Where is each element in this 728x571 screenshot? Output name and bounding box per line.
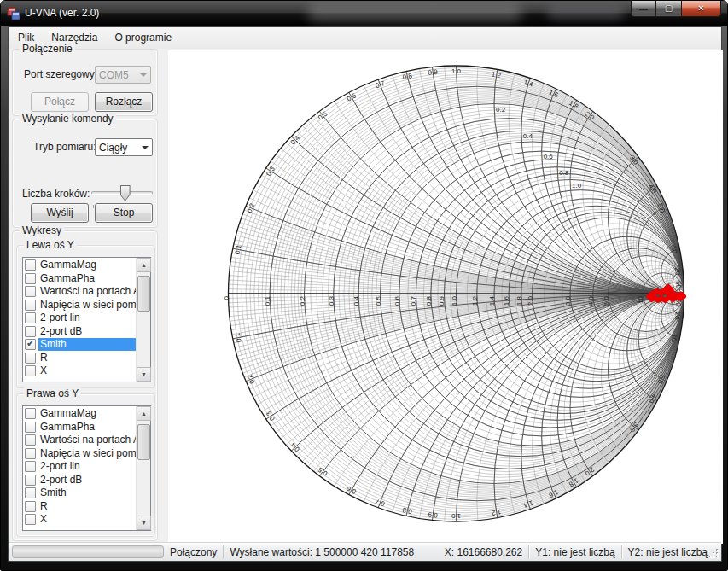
charts-group-title: Wykresy xyxy=(20,224,64,236)
checkbox[interactable] xyxy=(25,487,36,498)
checkbox[interactable] xyxy=(25,475,36,486)
svg-text:0.1: 0.1 xyxy=(264,295,271,306)
checkbox[interactable] xyxy=(25,300,36,311)
svg-text:20: 20 xyxy=(673,267,682,276)
list-item-label[interactable]: Wartości na portach ADC xyxy=(38,285,136,298)
checkbox[interactable] xyxy=(25,461,36,472)
checkbox[interactable] xyxy=(25,448,36,459)
slider-thumb[interactable] xyxy=(120,185,131,201)
list-item[interactable]: GammaPha xyxy=(23,421,136,434)
checkbox[interactable] xyxy=(25,353,36,364)
disconnect-button[interactable]: Rozłącz xyxy=(95,92,153,112)
status-y2-value: Y2: nie jest liczbą xyxy=(622,546,721,558)
checkbox[interactable] xyxy=(25,339,36,350)
list-item[interactable]: Smith xyxy=(23,338,136,352)
menu-o-programie[interactable]: O programie xyxy=(107,29,179,47)
charts-group: Wykresy Lewa oś Y GammaMagGammaPhaWartoś… xyxy=(12,230,158,541)
list-item-label[interactable]: Wartości na portach ADC xyxy=(38,434,136,446)
checkbox[interactable] xyxy=(25,312,36,323)
list-item-label[interactable]: 2-port dB xyxy=(38,474,84,487)
list-item-label[interactable]: GammaMag xyxy=(38,407,98,420)
scroll-up-icon[interactable]: ▲ xyxy=(137,258,151,272)
list-item[interactable]: GammaMag xyxy=(23,407,136,421)
svg-text:1.2: 1.2 xyxy=(471,295,479,306)
scroll-down-icon[interactable]: ▼ xyxy=(137,516,151,530)
list-item[interactable]: Napięcia w sieci pomiarow xyxy=(23,447,136,461)
left-axis-listbox[interactable]: GammaMagGammaPhaWartości na portach ADCN… xyxy=(22,257,151,382)
left-list-scrollbar[interactable]: ▲ ▼ xyxy=(136,258,150,382)
chevron-down-icon xyxy=(137,139,152,155)
svg-text:0.2: 0.2 xyxy=(299,295,306,306)
svg-text:20: 20 xyxy=(673,312,682,320)
svg-text:0.4: 0.4 xyxy=(352,295,360,306)
svg-text:3.0: 3.0 xyxy=(564,295,572,306)
checkbox[interactable] xyxy=(25,286,36,297)
checkbox[interactable] xyxy=(25,501,36,512)
svg-text:0.1: 0.1 xyxy=(234,244,243,255)
checkbox[interactable] xyxy=(25,408,36,419)
maximize-button[interactable]: ▢ xyxy=(656,1,682,17)
list-item[interactable]: 2-port lin xyxy=(23,312,136,325)
list-item[interactable]: GammaMag xyxy=(23,259,136,272)
list-item[interactable]: 2-port dB xyxy=(23,325,136,339)
list-item[interactable]: R xyxy=(23,352,136,365)
status-y1-value: Y1: nie jest liczbą xyxy=(529,546,620,558)
svg-text:1.0: 1.0 xyxy=(451,295,458,306)
titlebar[interactable]: U-VNA (ver. 2.0) — ▢ ✕ xyxy=(1,1,727,26)
right-list-scrollbar[interactable]: ▲ ▼ xyxy=(136,406,150,530)
checkbox[interactable] xyxy=(25,514,36,525)
list-item-label[interactable]: 2-port lin xyxy=(38,460,82,473)
list-item[interactable]: X xyxy=(23,513,136,527)
list-item-label[interactable]: Napięcia w sieci pomiarow xyxy=(38,447,136,460)
measure-mode-label: Tryb pomiaru: xyxy=(33,141,96,153)
checkbox[interactable] xyxy=(25,434,36,446)
checkbox[interactable] xyxy=(25,259,36,271)
svg-text:0.4: 0.4 xyxy=(523,132,533,140)
app-icon xyxy=(7,7,20,20)
scrollbar-thumb[interactable] xyxy=(137,276,150,312)
measure-mode-combobox[interactable]: Ciągły xyxy=(95,138,153,156)
list-item-label[interactable]: 2-port dB xyxy=(38,325,84,338)
checkbox[interactable] xyxy=(25,273,36,284)
list-item-label[interactable]: 2-port lin xyxy=(38,312,82,324)
left-axis-group: Lewa oś Y GammaMagGammaPhaWartości na po… xyxy=(16,245,155,388)
list-item-label[interactable]: GammaMag xyxy=(38,259,98,271)
resize-grip-icon[interactable] xyxy=(709,549,719,559)
minimize-button[interactable]: — xyxy=(631,1,656,17)
chevron-down-icon xyxy=(136,67,150,83)
progress-bar xyxy=(12,545,164,558)
svg-text:0.6: 0.6 xyxy=(544,153,554,160)
svg-text:0.1: 0.1 xyxy=(234,332,243,343)
checkbox[interactable] xyxy=(25,365,36,376)
list-item[interactable]: 2-port dB xyxy=(23,474,136,487)
checkbox[interactable] xyxy=(25,422,36,433)
scroll-down-icon[interactable]: ▼ xyxy=(137,367,151,382)
list-item-label[interactable]: Napięcia w sieci pomiarow xyxy=(38,299,136,312)
list-item[interactable]: Wartości na portach ADC xyxy=(23,285,136,299)
svg-text:0.7: 0.7 xyxy=(410,295,417,306)
list-item[interactable]: 2-port lin xyxy=(23,460,136,474)
list-item-label[interactable]: X xyxy=(38,364,49,377)
send-button[interactable]: Wyślij xyxy=(31,203,89,223)
svg-text:0: 0 xyxy=(223,295,230,300)
scrollbar-thumb[interactable] xyxy=(137,424,150,460)
list-item-label[interactable]: X xyxy=(38,513,49,526)
list-item[interactable]: X xyxy=(23,364,136,378)
list-item[interactable]: Napięcia w sieci pomiarow xyxy=(23,299,136,312)
menu-bar: Plik Narzędzia O programie xyxy=(9,27,721,49)
list-item-label[interactable]: GammaPha xyxy=(38,272,96,285)
close-button[interactable]: ✕ xyxy=(682,1,721,17)
list-item[interactable]: R xyxy=(23,500,136,514)
list-item-label[interactable]: Smith xyxy=(38,338,136,351)
list-item[interactable]: Wartości na portach ADC xyxy=(23,434,136,447)
checkbox[interactable] xyxy=(25,326,36,337)
list-item[interactable]: GammaPha xyxy=(23,272,136,286)
right-axis-listbox[interactable]: GammaMagGammaPhaWartości na portach ADCN… xyxy=(22,405,151,531)
list-item-label[interactable]: R xyxy=(38,500,50,513)
list-item-label[interactable]: R xyxy=(38,352,50,364)
stop-button[interactable]: Stop xyxy=(95,203,153,223)
scroll-up-icon[interactable]: ▲ xyxy=(137,406,151,421)
list-item[interactable]: Smith xyxy=(23,487,136,500)
list-item-label[interactable]: Smith xyxy=(38,487,68,499)
list-item-label[interactable]: GammaPha xyxy=(38,421,96,434)
